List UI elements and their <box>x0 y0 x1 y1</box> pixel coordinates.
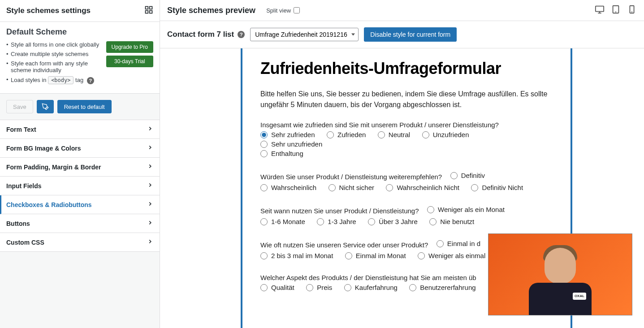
webcam-overlay: OXAL <box>488 233 632 315</box>
radio-input[interactable] <box>418 252 425 259</box>
radio-option[interactable]: Enthaltung <box>260 150 303 157</box>
radio-input[interactable] <box>471 184 478 191</box>
radio-option[interactable]: Wahrscheinlich Nicht <box>386 184 459 191</box>
split-view-checkbox[interactable] <box>294 7 300 13</box>
webcam-figure: OXAL <box>529 243 592 315</box>
bullet-item: Load styles in <body> tag ? <box>6 76 103 84</box>
radio-option[interactable]: Definitiv Nicht <box>471 184 523 191</box>
radio-option[interactable]: Einmal im Monat <box>345 252 406 259</box>
radio-input[interactable] <box>427 206 434 213</box>
radio-option[interactable]: Zufrieden <box>327 131 366 138</box>
radio-option[interactable]: Neutral <box>378 131 410 138</box>
radio-input[interactable] <box>386 184 393 191</box>
accordion-label: Buttons <box>6 220 30 227</box>
radio-input[interactable] <box>260 131 268 138</box>
radio-input[interactable] <box>437 240 444 247</box>
preview-title: Style schemes preview <box>167 6 255 15</box>
radio-input[interactable] <box>368 218 375 225</box>
expand-icon[interactable] <box>144 5 153 16</box>
svg-rect-2 <box>146 11 148 13</box>
disable-style-button[interactable]: Disable style for current form <box>364 27 457 42</box>
accordion-form-padding[interactable]: Form Padding, Margin & Border <box>0 158 160 177</box>
default-scheme-box: Default Scheme Style all forms in one cl… <box>0 22 160 94</box>
radio-option[interactable]: Kauferfahrung <box>344 284 398 291</box>
form-select-wrap[interactable]: Umfrage Zufriedenheit 20191216 <box>250 28 359 41</box>
desktop-icon[interactable] <box>595 4 605 16</box>
bullet-item: Style all forms in one click globally <box>6 41 103 48</box>
radio-input[interactable] <box>260 218 268 225</box>
radio-option[interactable]: Benutzererfahrung <box>409 284 475 291</box>
radio-option[interactable]: Weniger als einmal <box>418 252 485 259</box>
mobile-icon[interactable] <box>627 4 637 16</box>
radio-option[interactable]: 1-3 Jahre <box>317 218 356 225</box>
radio-option[interactable]: Einmal in d <box>437 240 480 247</box>
form-intro: Bitte helfen Sie uns, Sie besser zu bedi… <box>260 89 553 110</box>
save-button[interactable]: Save <box>6 100 33 113</box>
radio-option[interactable]: Sehr unzufrieden <box>260 140 322 148</box>
question-label: Wie oft nutzen Sie unseren Service oder … <box>260 241 428 249</box>
preview-header: Style schemes preview Split view <box>160 0 644 21</box>
radio-input[interactable] <box>422 131 429 138</box>
split-view-label: Split view <box>266 7 291 14</box>
radio-option[interactable]: Nicht sicher <box>328 184 374 191</box>
accordion-form-text[interactable]: Form Text <box>0 120 160 139</box>
sidebar-title: Style schemes settings <box>6 6 91 15</box>
brush-button[interactable] <box>37 100 54 113</box>
radio-option[interactable]: Nie benutzt <box>429 218 474 225</box>
radio-option[interactable]: Preis <box>306 284 332 291</box>
accordion-form-bg[interactable]: Form BG Image & Colors <box>0 139 160 158</box>
radio-input[interactable] <box>317 218 324 225</box>
accordion-checkboxes-radios[interactable]: Checkboxes & Radiobuttons <box>0 195 160 214</box>
reset-to-default-button[interactable]: Reset to default <box>57 100 112 113</box>
svg-rect-0 <box>146 7 148 9</box>
radio-option[interactable]: 2 bis 3 mal im Monat <box>260 252 333 259</box>
form-list-label: Contact form 7 list ? <box>167 30 245 39</box>
accordion-label: Input Fields <box>6 182 42 190</box>
accordion-label: Form BG Image & Colors <box>6 145 81 152</box>
radio-option[interactable]: Sehr zufrieden <box>260 131 315 138</box>
radio-option[interactable]: Qualität <box>260 284 294 291</box>
svg-rect-1 <box>150 7 152 9</box>
radio-input[interactable] <box>378 131 385 138</box>
accordion-label: Checkboxes & Radiobuttons <box>6 201 92 208</box>
help-icon[interactable]: ? <box>238 31 245 38</box>
help-icon[interactable]: ? <box>87 77 94 84</box>
radio-input[interactable] <box>328 184 336 191</box>
accordion-buttons[interactable]: Buttons <box>0 214 160 233</box>
chevron-right-icon <box>147 201 153 208</box>
radio-option[interactable]: Definitiv <box>450 172 485 179</box>
radio-input[interactable] <box>345 252 352 259</box>
radio-input[interactable] <box>260 184 268 191</box>
radio-option[interactable]: Unzufrieden <box>422 131 469 138</box>
sidebar: Style schemes settings Default Scheme St… <box>0 0 160 328</box>
tablet-icon[interactable] <box>611 4 621 16</box>
scheme-title: Default Scheme <box>6 27 153 37</box>
radio-input[interactable] <box>409 284 416 291</box>
accordion-input-fields[interactable]: Input Fields <box>0 177 160 195</box>
device-icons <box>595 4 637 16</box>
sidebar-header: Style schemes settings <box>0 0 160 22</box>
radio-input[interactable] <box>260 141 268 148</box>
radio-input[interactable] <box>260 252 268 259</box>
radio-input[interactable] <box>327 131 334 138</box>
question-label: Insgesamt wie zufrieden sind Sie mit uns… <box>260 121 499 129</box>
radio-input[interactable] <box>450 172 458 179</box>
trial-button[interactable]: 30-days Trial <box>106 56 153 67</box>
radio-option[interactable]: Über 3 Jahre <box>368 218 418 225</box>
radio-input[interactable] <box>429 218 437 225</box>
question-3: Seit wann nutzen Sie unser Produkt / Die… <box>260 206 553 227</box>
split-view-toggle[interactable]: Split view <box>266 7 300 14</box>
radio-input[interactable] <box>344 284 351 291</box>
form-select[interactable]: Umfrage Zufriedenheit 20191216 <box>250 28 359 41</box>
chevron-right-icon <box>147 238 153 246</box>
radio-input[interactable] <box>260 150 268 157</box>
accordion-custom-css[interactable]: Custom CSS <box>0 233 160 252</box>
accordion-label: Custom CSS <box>6 239 44 246</box>
upgrade-to-pro-button[interactable]: Upgrade to Pro <box>106 41 153 53</box>
radio-option[interactable]: Wahrscheinlich <box>260 184 316 191</box>
radio-option[interactable]: Weniger als ein Monat <box>427 206 505 213</box>
radio-input[interactable] <box>260 284 268 291</box>
radio-input[interactable] <box>306 284 313 291</box>
radio-option[interactable]: 1-6 Monate <box>260 218 305 225</box>
question-label: Seit wann nutzen Sie unser Produkt / Die… <box>260 207 419 215</box>
